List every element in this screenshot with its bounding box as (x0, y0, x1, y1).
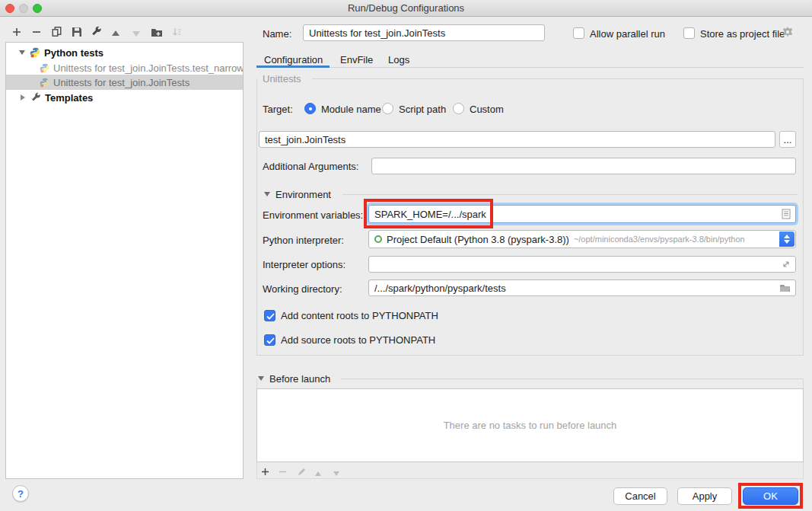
expand-field-icon[interactable] (782, 260, 791, 269)
module-name-input[interactable]: test_join.JoinTests (259, 131, 775, 148)
tree-item-python-tests[interactable]: Python tests (6, 45, 243, 60)
environment-variables-input[interactable]: SPARK_HOME=/.../spark (368, 205, 796, 223)
edit-task-pencil-icon (295, 465, 307, 478)
python-test-icon (40, 63, 49, 73)
tree-item-label: Unittests for test_join.JoinTests (53, 77, 189, 88)
add-source-roots-checkbox[interactable] (264, 334, 275, 346)
add-source-roots-label[interactable]: Add source roots to PYTHONPATH (281, 334, 435, 346)
before-launch-task-list: There are no tasks to run before launch (256, 388, 804, 462)
add-icon[interactable] (10, 25, 23, 38)
radio-script-path-label[interactable]: Script path (399, 104, 446, 115)
tree-item-label: Python tests (44, 47, 103, 59)
active-tab-underline (256, 65, 330, 68)
radio-custom[interactable] (453, 103, 464, 114)
run-debug-configurations-dialog: Run/Debug Configurations Python tests (0, 0, 812, 511)
edit-templates-wrench-icon[interactable] (90, 25, 103, 38)
radio-script-path[interactable] (382, 103, 393, 114)
apply-button[interactable]: Apply (677, 487, 732, 505)
environment-collapse-icon[interactable] (264, 192, 270, 196)
interpreter-options-label: Interpreter options: (263, 259, 345, 270)
python-interpreter-label: Python interpreter: (263, 235, 344, 246)
additional-arguments-input[interactable] (371, 158, 796, 174)
working-directory-input[interactable]: /.../spark/python/pyspark/tests (368, 279, 796, 296)
python-interpreter-select[interactable]: Project Default (Python 3.8 (pyspark-3.8… (368, 230, 796, 248)
store-as-project-file-checkbox[interactable] (683, 27, 695, 39)
working-directory-label: Working directory: (263, 283, 342, 295)
allow-parallel-run-label: Allow parallel run (590, 28, 665, 40)
tree-item-unittest-jointests-selected[interactable]: Unittests for test_join.JoinTests (6, 75, 243, 90)
additional-arguments-label: Additional Arguments: (263, 161, 358, 172)
env-vars-editor-icon[interactable] (782, 209, 791, 219)
ok-button[interactable]: OK (743, 487, 798, 505)
name-input[interactable]: Unittests for test_join.JoinTests (303, 24, 545, 41)
add-task-icon[interactable] (259, 465, 272, 478)
tab-configuration[interactable]: Configuration (264, 54, 323, 65)
select-spinner-icon[interactable] (779, 232, 794, 247)
target-label: Target: (263, 104, 293, 115)
browse-button[interactable]: ... (779, 131, 796, 148)
move-up-icon[interactable] (109, 27, 122, 40)
tree-item-unittest-narrow[interactable]: Unittests for test_join.JoinTests.test_n… (6, 60, 243, 75)
move-task-up-icon (311, 467, 324, 480)
move-task-down-icon (330, 467, 342, 480)
no-tasks-text: There are no tasks to run before launch (444, 420, 617, 431)
radio-module-name[interactable] (304, 103, 316, 114)
tab-logs[interactable]: Logs (388, 54, 409, 65)
tree-item-label: Templates (45, 92, 93, 104)
tab-envfile[interactable]: EnvFile (340, 54, 373, 65)
tree-item-label: Unittests for test_join.JoinTests.test_n… (53, 62, 243, 74)
save-icon[interactable] (70, 25, 83, 38)
sort-alphabetically-icon (170, 25, 183, 38)
tab-separator (256, 67, 804, 68)
folder-icon[interactable] (779, 283, 791, 292)
interpreter-options-input[interactable] (368, 256, 796, 273)
chevron-right-icon[interactable] (21, 94, 25, 101)
remove-icon[interactable] (30, 25, 43, 38)
new-folder-icon[interactable] (150, 25, 163, 38)
environment-variables-label: Environment variables: (263, 209, 363, 221)
python-test-icon (40, 78, 49, 88)
store-as-project-file-label: Store as project file (700, 28, 785, 40)
conda-env-icon (374, 235, 382, 243)
chevron-down-icon[interactable] (19, 50, 25, 55)
remove-task-icon (276, 465, 289, 478)
name-label: Name: (263, 28, 291, 40)
configurations-tree: Python tests Unittests for test_join.Joi… (5, 42, 244, 479)
allow-parallel-run-checkbox[interactable] (573, 27, 584, 39)
add-content-roots-label[interactable]: Add content roots to PYTHONPATH (281, 310, 438, 321)
radio-custom-label[interactable]: Custom (470, 104, 504, 115)
store-options-gear-icon[interactable] (781, 25, 794, 38)
tree-item-templates[interactable]: Templates (6, 90, 243, 105)
radio-module-name-label[interactable]: Module name (321, 104, 381, 115)
title-bar: Run/Debug Configurations (0, 0, 812, 17)
move-down-icon (129, 27, 142, 40)
templates-wrench-icon (30, 92, 41, 103)
cancel-button[interactable]: Cancel (613, 487, 667, 505)
window-title: Run/Debug Configurations (0, 2, 812, 14)
help-button[interactable]: ? (12, 485, 29, 502)
environment-divider (342, 194, 798, 195)
environment-section-label[interactable]: Environment (275, 189, 331, 200)
copy-icon[interactable] (50, 25, 63, 38)
python-icon (30, 47, 40, 58)
interpreter-path: ~/opt/miniconda3/envs/pyspark-3.8/bin/py… (574, 235, 745, 244)
add-content-roots-checkbox[interactable] (264, 310, 275, 321)
